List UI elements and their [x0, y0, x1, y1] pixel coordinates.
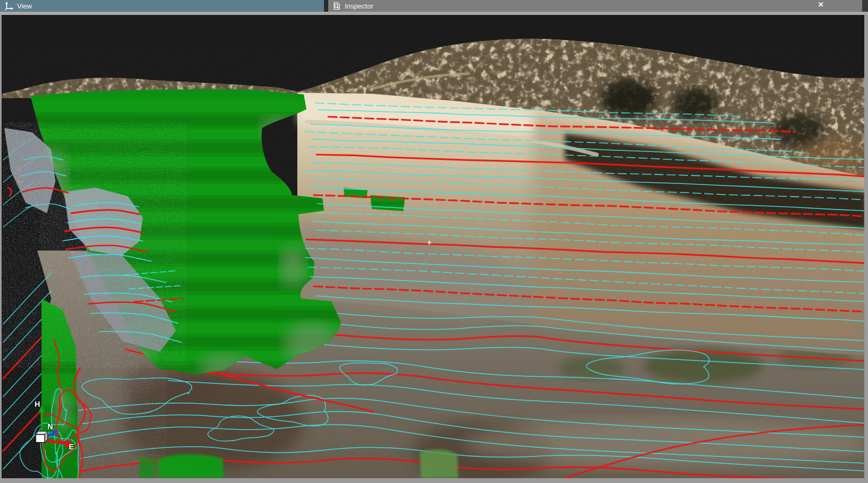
- point-cloud-scene: [2, 15, 864, 478]
- close-icon[interactable]: ✕: [818, 1, 824, 9]
- application-window: View Inspector ✕ H: [0, 0, 868, 483]
- tab-inspector-label: Inspector: [345, 2, 373, 10]
- inspector-icon: [332, 2, 341, 10]
- tab-bar: View Inspector ✕: [0, 0, 868, 12]
- tab-separator: [324, 0, 328, 12]
- tab-inspector[interactable]: Inspector ✕: [328, 0, 862, 12]
- tab-view-label: View: [17, 2, 32, 10]
- window-edge: [862, 0, 868, 12]
- viewport-frame: H N E +: [0, 15, 868, 483]
- axis-triad-icon: [4, 2, 13, 11]
- tab-view[interactable]: View: [0, 0, 324, 12]
- 3d-viewport[interactable]: H N E +: [2, 15, 864, 478]
